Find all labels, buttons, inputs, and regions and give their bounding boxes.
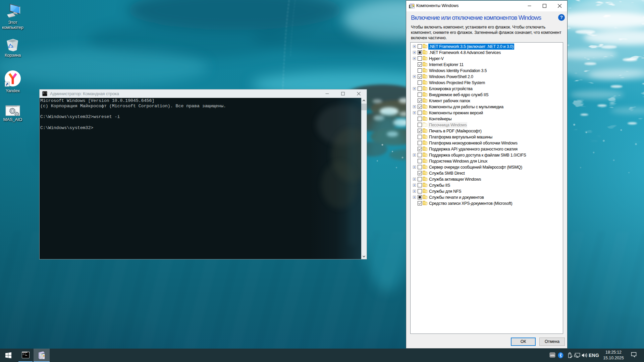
svg-text:vm: vm — [550, 354, 554, 357]
